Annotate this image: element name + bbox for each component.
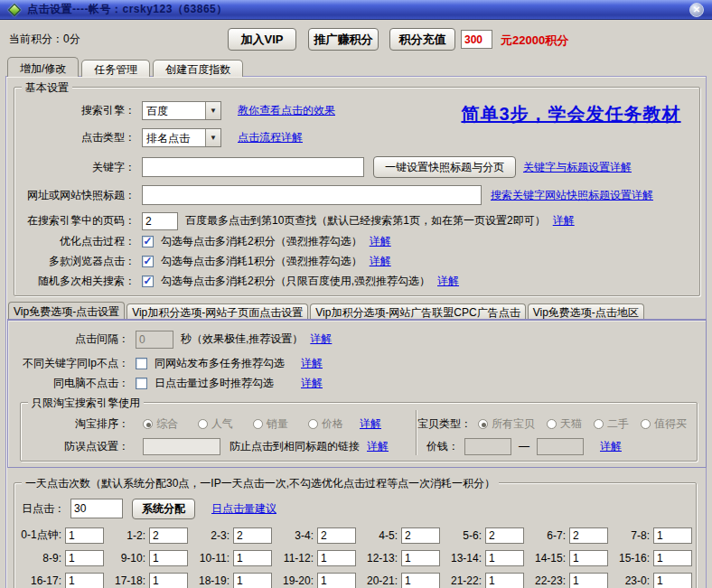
radio-icon [198, 419, 208, 429]
hour-label: 16-17: [20, 574, 61, 587]
hour-input[interactable] [65, 550, 104, 566]
recharge-amount-input[interactable] [461, 30, 492, 49]
hour-label: 5-6: [440, 529, 482, 542]
recharge-button[interactable]: 积分充值 [389, 28, 455, 51]
random-detail-link[interactable]: 详解 [437, 274, 459, 289]
radio-option[interactable]: 值得买 [641, 416, 687, 432]
price-to-input[interactable] [537, 438, 584, 455]
hour-input[interactable] [569, 527, 608, 544]
price-dash: — [519, 440, 529, 453]
url-input[interactable] [142, 185, 482, 205]
page-detail-link[interactable]: 详解 [553, 213, 575, 229]
click-flow-link[interactable]: 点击流程详解 [238, 130, 303, 145]
join-vip-button[interactable]: 加入VIP [228, 28, 296, 51]
hour-input[interactable] [401, 550, 440, 566]
vip-tab[interactable]: Vip免费选项-点击地区 [528, 303, 644, 319]
hour-cell: 1-2: [104, 527, 188, 544]
radio-option[interactable]: 销量 [253, 416, 288, 432]
optimize-detail-link[interactable]: 详解 [370, 234, 391, 249]
vip-tab-strip: Vip免费选项-点击设置Vip加积分选项-网站子页面点击设置Vip加积分选项-网… [8, 302, 646, 319]
taobao-sort-detail-link[interactable]: 详解 [360, 416, 381, 432]
interval-input[interactable] [136, 331, 173, 349]
hour-input[interactable] [317, 573, 356, 588]
hour-input[interactable] [233, 527, 272, 544]
hour-input[interactable] [485, 573, 524, 588]
misclick-detail-link[interactable]: 详解 [367, 439, 389, 454]
snapshot-setup-button[interactable]: 一键设置快照标题与分页 [373, 156, 516, 178]
hour-input[interactable] [233, 550, 272, 566]
radio-option[interactable]: 天猫 [547, 416, 582, 432]
chevron-down-icon[interactable]: ▼ [205, 102, 220, 119]
hour-input[interactable] [65, 527, 104, 544]
radio-option[interactable]: 所有宝贝 [478, 416, 535, 432]
hour-input[interactable] [233, 573, 272, 588]
close-icon[interactable]: ✕ [689, 3, 704, 17]
same-pc-checkbox[interactable]: ✓ [136, 378, 147, 389]
browsers-checkbox[interactable]: ✓ [142, 256, 154, 267]
ip-nodup-checkbox[interactable]: ✓ [136, 358, 147, 369]
hour-input[interactable] [401, 527, 440, 544]
page-number-input[interactable] [142, 212, 178, 230]
radio-icon [478, 419, 488, 429]
hour-input[interactable] [569, 573, 608, 588]
hour-label: 23-0: [608, 574, 650, 587]
misclick-label: 防误点设置： [21, 439, 129, 454]
hour-input[interactable] [653, 573, 692, 588]
hour-input[interactable] [569, 550, 608, 566]
main-tab[interactable]: 任务管理 [81, 60, 150, 77]
system-assign-button[interactable]: 系统分配 [132, 499, 195, 519]
price-from-input[interactable] [464, 438, 511, 455]
main-tab[interactable]: 创建百度指数 [153, 60, 243, 77]
search-engine-select[interactable]: 百度 ▼ [142, 101, 221, 120]
daily-clicks-label: 日点击： [22, 501, 65, 517]
taobao-sort-label: 淘宝排序： [21, 416, 129, 432]
hour-cell: 14-15: [524, 549, 608, 566]
click-type-select[interactable]: 排名点击 ▼ [142, 128, 221, 147]
misclick-hint: 防止点击到相同标题的链接 [230, 439, 360, 454]
browsers-detail-link[interactable]: 详解 [370, 254, 391, 269]
random-search-checkbox[interactable]: ✓ [142, 275, 154, 287]
price-detail-link[interactable]: 详解 [600, 439, 622, 454]
radio-option[interactable]: 二手 [594, 416, 629, 432]
current-points-label: 当前积分：0分 [9, 32, 80, 47]
hour-cell: 2-3: [188, 527, 272, 544]
hour-input[interactable] [401, 573, 440, 588]
vip-tab[interactable]: Vip加积分选项-网站广告联盟CPC广告点击 [310, 303, 525, 319]
interval-detail-link[interactable]: 详解 [310, 331, 332, 347]
chevron-down-icon[interactable]: ▼ [205, 129, 220, 146]
hour-input[interactable] [653, 550, 692, 566]
hour-cell: 6-7: [524, 527, 608, 544]
vip-tab[interactable]: Vip免费选项-点击设置 [8, 302, 125, 319]
radio-option[interactable]: 人气 [198, 416, 233, 432]
daily-advice-link[interactable]: 日点击量建议 [211, 501, 276, 517]
hour-input[interactable] [485, 527, 524, 544]
daily-clicks-input[interactable] [70, 499, 123, 518]
hour-label: 15-16: [608, 552, 650, 565]
pc-detail-link[interactable]: 详解 [301, 376, 323, 391]
keyword-title-detail-link[interactable]: 关键字与标题设置详解 [523, 160, 632, 175]
hour-cell: 17-18: [104, 572, 188, 588]
url-snapshot-detail-link[interactable]: 搜索关键字网站快照标题设置详解 [491, 188, 653, 203]
radio-option[interactable]: 综合 [143, 416, 178, 432]
hour-input[interactable] [149, 550, 188, 566]
hour-input[interactable] [65, 573, 104, 588]
ip-nodup-label: 不同关键字同Ip不点： [8, 356, 129, 371]
vip-tab[interactable]: Vip加积分选项-网站子页面点击设置 [126, 303, 308, 319]
misclick-input[interactable] [143, 438, 220, 455]
hour-input[interactable] [317, 527, 356, 544]
promote-earn-button[interactable]: 推广赚积分 [308, 28, 379, 51]
tutorial-link[interactable]: 简单3步，学会发任务教材 [436, 102, 707, 126]
random-search-hint: 勾选每点击多消耗2积分（只限百度使用,强烈推荐勾选） [161, 274, 430, 289]
optimize-checkbox[interactable]: ✓ [142, 236, 154, 247]
ip-detail-link[interactable]: 详解 [301, 356, 323, 371]
page-number-hint: 百度最多点击到第10页查找（默认已经搜索第1页，如在第一页设置2即可） [185, 213, 546, 229]
hour-input[interactable] [149, 573, 188, 588]
hour-input[interactable] [317, 550, 356, 566]
hour-input[interactable] [653, 527, 692, 544]
keyword-input[interactable] [142, 157, 364, 177]
hour-input[interactable] [485, 550, 524, 566]
hour-input[interactable] [149, 527, 188, 544]
main-tab[interactable]: 增加/修改 [7, 57, 79, 77]
view-effect-link[interactable]: 教你查看点击的效果 [238, 103, 335, 118]
radio-option[interactable]: 价格 [308, 416, 343, 432]
